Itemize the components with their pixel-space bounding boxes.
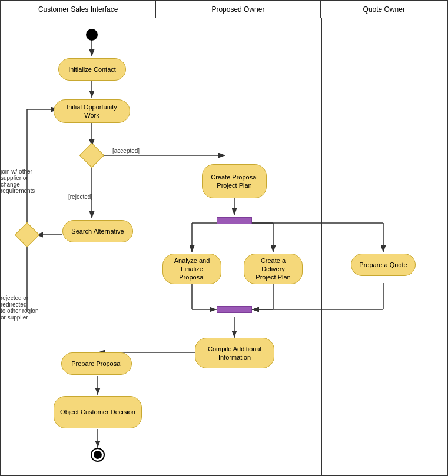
prepare-proposal-node: Prepare Proposal xyxy=(61,352,132,375)
header-proposed: Proposed Owner xyxy=(156,1,320,18)
header-quote: Quote Owner xyxy=(321,1,447,18)
decision-diamond-2 xyxy=(18,226,36,244)
initial-opportunity-node: Initial Opportunity Work xyxy=(54,99,130,123)
join-other-label: join w/ other supplier or change require… xyxy=(1,168,48,194)
swimlane-headers: Customer Sales Interface Proposed Owner … xyxy=(1,1,447,18)
divider-1 xyxy=(157,18,157,476)
divider-2 xyxy=(321,18,322,476)
header-customer: Customer Sales Interface xyxy=(1,1,156,18)
rejected-label: [rejected] xyxy=(68,194,92,200)
rejected-redirected-label: rejected or redirected to other region o… xyxy=(1,295,54,321)
compile-additional-node: Compile Additional Information xyxy=(195,338,274,368)
initialize-contact-node: Initialize Contact xyxy=(58,58,126,81)
decision-diamond-1 xyxy=(83,147,101,164)
fork-bar xyxy=(217,217,252,224)
diagram-container: Customer Sales Interface Proposed Owner … xyxy=(0,0,448,476)
search-alternative-node: Search Alternative xyxy=(62,220,133,242)
analyze-finalize-node: Analyze and Finalize Proposal xyxy=(162,254,221,284)
accepted-label: [accepted] xyxy=(112,148,140,154)
end-node xyxy=(91,448,105,462)
start-node xyxy=(86,29,98,41)
join-bar xyxy=(217,306,252,313)
create-delivery-plan-node: Create a Delivery Project Plan xyxy=(244,254,303,284)
create-proposal-plan-node: Create Proposal Project Plan xyxy=(202,164,267,198)
prepare-quote-node: Prepare a Quote xyxy=(351,254,416,276)
swimlanes-body: Initialize Contact Initial Opportunity W… xyxy=(1,18,447,476)
object-customer-node: Object Customer Decision xyxy=(54,396,142,428)
